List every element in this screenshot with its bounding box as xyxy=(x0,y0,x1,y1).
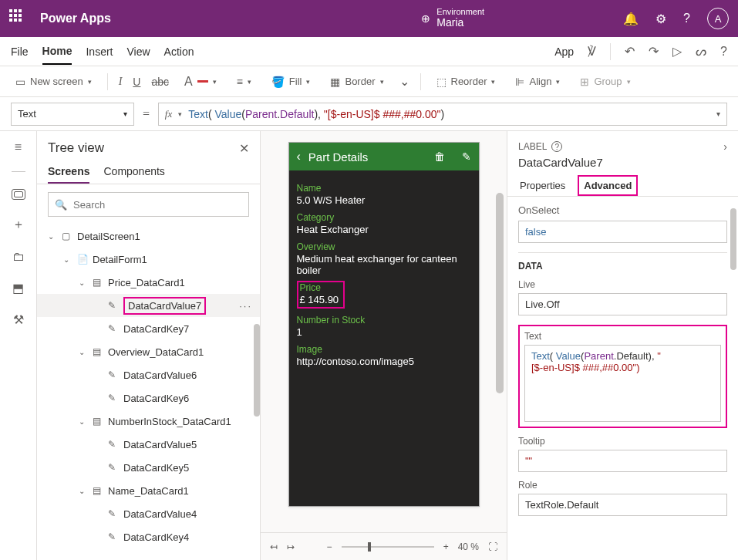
rail-data-icon[interactable]: 🗀 xyxy=(12,250,25,264)
main-area: ≡ ＋ 🗀 ⬒ ⚒ Tree view ✕ Screens Components… xyxy=(0,131,738,560)
align-button[interactable]: ⊫Align▾ xyxy=(511,73,564,91)
border-button[interactable]: ▦Border▾ xyxy=(325,73,388,91)
props-scrollbar[interactable] xyxy=(730,208,736,270)
settings-icon[interactable]: ⚙ xyxy=(655,12,666,26)
tree-node-dck7[interactable]: ✎DataCardKey7 xyxy=(37,317,260,340)
align-icon: ≡ xyxy=(237,76,243,88)
tree-node-stockcard[interactable]: ⌄▤NumberInStock_DataCard1 xyxy=(37,410,260,433)
tree-search[interactable]: 🔍 xyxy=(48,192,249,217)
align-text-button[interactable]: ≡▾ xyxy=(232,73,256,91)
tab-components[interactable]: Components xyxy=(103,160,164,184)
formula-text: Text( Value(Parent.Default), "[$-en-US]$… xyxy=(188,108,444,120)
field-value: Heat Exchanger xyxy=(297,224,471,235)
control-type-label: LABEL xyxy=(518,141,547,152)
app-checker-icon[interactable]: ℣ xyxy=(588,44,596,59)
new-screen-label: New screen xyxy=(30,76,83,87)
top-app-bar: Power Apps ⊕ Environment Maria 🔔 ⚙ ? A xyxy=(0,0,738,37)
menu-file[interactable]: File xyxy=(11,39,29,64)
new-screen-button[interactable]: ▭ New screen ▾ xyxy=(11,73,96,91)
new-screen-icon: ▭ xyxy=(15,76,25,88)
tree-node-dck5[interactable]: ✎DataCardKey5 xyxy=(37,456,260,479)
prev-screen-icon[interactable]: ↤ xyxy=(270,541,278,552)
edit-icon[interactable]: ✎ xyxy=(462,150,471,163)
field-value: http://contoso.com/image5 xyxy=(297,356,471,367)
font-color-button[interactable]: A▾ xyxy=(180,72,221,92)
next-screen-icon[interactable]: ↦ xyxy=(287,541,295,552)
environment-picker[interactable]: ⊕ Environment Maria xyxy=(421,8,484,29)
tab-properties[interactable]: Properties xyxy=(518,175,567,196)
chevron-down-icon: ▾ xyxy=(88,78,92,86)
app-title: Power Apps xyxy=(40,12,111,25)
prop-input-tooltip[interactable]: "" xyxy=(518,450,727,472)
delete-icon[interactable]: 🗑 xyxy=(434,150,445,163)
tree-node-pricecard[interactable]: ⌄▤Price_DataCard1 xyxy=(37,271,260,294)
property-selector[interactable]: Text ▾ xyxy=(11,103,134,126)
underline-icon[interactable]: U xyxy=(133,76,140,88)
info-icon[interactable]: ? xyxy=(551,141,562,152)
redo-icon[interactable]: ↷ xyxy=(649,44,659,59)
rail-media-icon[interactable]: ⬒ xyxy=(12,281,24,295)
fill-button[interactable]: 🪣Fill▾ xyxy=(267,73,315,91)
app-launcher-icon[interactable] xyxy=(9,9,28,28)
user-avatar[interactable]: A xyxy=(707,8,729,29)
reorder-button[interactable]: ⬚Reorder▾ xyxy=(432,73,500,91)
help-icon[interactable]: ? xyxy=(683,12,690,25)
prop-input-text[interactable]: Text( Value(Parent.Default), " [$-en-US]… xyxy=(524,345,721,422)
tree-scrollbar[interactable] xyxy=(254,324,260,417)
rail-tree-icon[interactable] xyxy=(12,189,25,200)
tree-node-dcv6[interactable]: ✎DataCardValue6 xyxy=(37,363,260,386)
help-menu-icon[interactable]: ? xyxy=(720,45,727,59)
group-icon: ⊞ xyxy=(580,76,589,88)
zoom-in-icon[interactable]: + xyxy=(443,541,449,552)
text-prop-highlight: Text Text( Value(Parent.Default), " [$-e… xyxy=(518,325,727,428)
more-icon[interactable]: ··· xyxy=(239,300,252,312)
border-icon: ▦ xyxy=(330,76,340,88)
prop-input-live[interactable]: Live.Off xyxy=(518,293,727,315)
tree-node-dcv4[interactable]: ✎DataCardValue4 xyxy=(37,502,260,525)
share-icon[interactable]: ᔕ xyxy=(696,44,706,59)
prop-input-onselect[interactable]: false xyxy=(518,221,727,243)
tree-list: ⌄▢DetailScreen1 ⌄📄DetailForm1 ⌄▤Price_Da… xyxy=(37,224,260,560)
menu-insert[interactable]: Insert xyxy=(86,39,113,64)
tree-node-dcv7[interactable]: ✎DataCardValue7··· xyxy=(37,294,260,317)
prop-input-role[interactable]: TextRole.Default xyxy=(518,494,727,516)
tree-node-dck6[interactable]: ✎DataCardKey6 xyxy=(37,386,260,410)
chevron-down-icon[interactable]: ▾ xyxy=(716,110,720,118)
more-format-icon[interactable]: ⌄ xyxy=(399,74,409,89)
tree-node-dcv5[interactable]: ✎DataCardValue5 xyxy=(37,433,260,456)
menu-app[interactable]: App xyxy=(554,39,574,64)
chevron-right-icon[interactable]: › xyxy=(723,140,727,153)
rail-hamburger-icon[interactable]: ≡ xyxy=(15,140,22,154)
zoom-slider[interactable] xyxy=(342,546,434,548)
strike-icon[interactable]: abc xyxy=(151,76,169,88)
phone-preview[interactable]: ‹ Part Details 🗑 ✎ Name 5.0 W/S Heater C… xyxy=(288,142,480,507)
back-icon[interactable]: ‹ xyxy=(297,150,301,164)
zoom-out-icon[interactable]: − xyxy=(327,541,332,552)
tree-node-detailscreen[interactable]: ⌄▢DetailScreen1 xyxy=(37,224,260,248)
search-input[interactable] xyxy=(73,199,242,211)
italic-icon[interactable]: I xyxy=(119,76,123,88)
preview-header: ‹ Part Details 🗑 ✎ xyxy=(289,143,479,170)
menu-home[interactable]: Home xyxy=(42,39,72,65)
canvas-scrollbar[interactable] xyxy=(496,193,504,393)
undo-icon[interactable]: ↶ xyxy=(625,44,635,59)
play-icon[interactable]: ▷ xyxy=(672,44,682,59)
tab-advanced[interactable]: Advanced xyxy=(578,175,638,196)
close-icon[interactable]: ✕ xyxy=(239,141,249,156)
tab-screens[interactable]: Screens xyxy=(48,160,89,184)
tree-node-detailform[interactable]: ⌄📄DetailForm1 xyxy=(37,248,260,271)
formula-input[interactable]: fx ▾ Text( Value(Parent.Default), "[$-en… xyxy=(158,103,727,126)
tree-node-overviewcard[interactable]: ⌄▤Overview_DataCard1 xyxy=(37,340,260,363)
tree-node-namecard[interactable]: ⌄▤Name_DataCard1 xyxy=(37,479,260,502)
formula-bar: Text ▾ = fx ▾ Text( Value(Parent.Default… xyxy=(0,97,738,131)
menu-action[interactable]: Action xyxy=(164,39,194,64)
fit-icon[interactable]: ⛶ xyxy=(488,541,497,552)
tree-node-dck4[interactable]: ✎DataCardKey4 xyxy=(37,525,260,548)
tree-view-title: Tree view xyxy=(48,140,104,156)
group-button[interactable]: ⊞Group▾ xyxy=(575,73,635,91)
menu-view[interactable]: View xyxy=(126,39,150,64)
notifications-icon[interactable]: 🔔 xyxy=(623,12,639,26)
rail-tools-icon[interactable]: ⚒ xyxy=(13,312,24,327)
rail-insert-icon[interactable]: ＋ xyxy=(12,217,25,233)
property-selector-value: Text xyxy=(18,108,36,120)
